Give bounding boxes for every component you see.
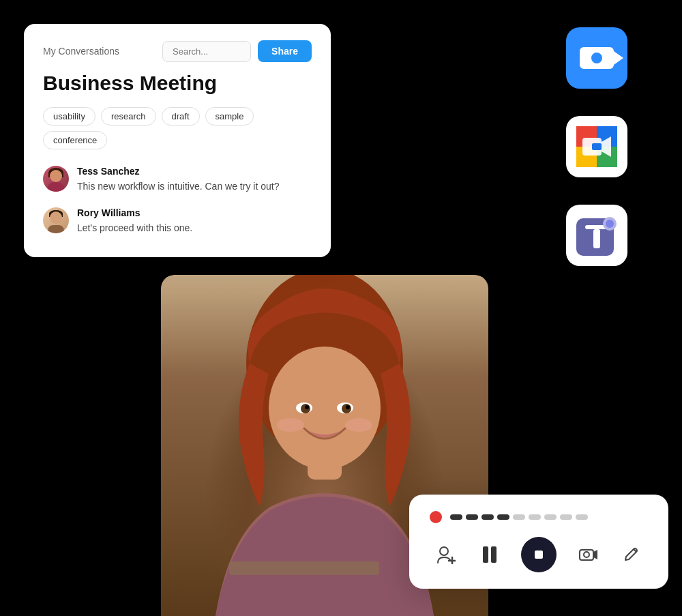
message-text-rory: Let's proceed with this one. — [77, 221, 192, 235]
head — [50, 211, 62, 224]
svg-rect-19 — [229, 561, 379, 575]
svg-rect-23 — [483, 546, 488, 563]
card-header: My Conversations Share — [43, 40, 312, 62]
edit-icon — [623, 546, 640, 563]
message-text-tess: This new workflow is intuitive. Can we t… — [77, 179, 279, 194]
tag-research[interactable]: research — [101, 107, 156, 126]
camera-icon — [578, 546, 597, 563]
google-meet-svg — [573, 123, 621, 171]
edit-button[interactable] — [619, 542, 644, 567]
svg-point-17 — [277, 418, 304, 432]
tag-sample[interactable]: sample — [205, 107, 254, 126]
avatar-tess-face — [43, 166, 69, 192]
header-right: Share — [162, 40, 312, 62]
svg-rect-5 — [593, 229, 600, 248]
stop-button[interactable] — [521, 537, 557, 572]
avatar-rory — [43, 207, 69, 233]
zoom-lens — [591, 53, 602, 63]
prog-bar-7 — [544, 514, 557, 520]
prog-bar-4 — [497, 514, 509, 520]
pause-icon — [481, 545, 498, 564]
svg-point-7 — [606, 220, 614, 228]
pause-button[interactable] — [477, 542, 502, 567]
recording-card — [409, 495, 668, 589]
message-content-rory: Rory Williams Let's proceed with this on… — [77, 207, 192, 235]
share-button[interactable]: Share — [258, 40, 312, 62]
conversations-label: My Conversations — [43, 46, 119, 57]
prog-bar-1 — [450, 514, 462, 520]
body — [47, 182, 65, 192]
tags-container: usability research draft sample conferen… — [43, 107, 312, 149]
sender-name-rory: Rory Williams — [77, 207, 192, 218]
message-item-tess: Tess Sanchez This new workflow is intuit… — [43, 166, 312, 194]
prog-bar-2 — [466, 514, 478, 520]
teams-svg — [573, 211, 621, 259]
svg-rect-26 — [535, 551, 543, 559]
tag-draft[interactable]: draft — [162, 107, 200, 126]
tag-conference[interactable]: conference — [43, 131, 107, 149]
google-meet-icon[interactable] — [566, 116, 627, 177]
app-icons-container — [566, 27, 627, 266]
svg-point-20 — [440, 547, 448, 555]
head — [50, 170, 62, 182]
tag-usability[interactable]: usability — [43, 107, 95, 126]
svg-rect-24 — [491, 546, 496, 563]
prog-bar-9 — [576, 514, 588, 520]
zoom-camera-icon — [580, 47, 614, 69]
avatar-rory-face — [43, 207, 69, 233]
messages-list: Tess Sanchez This new workflow is intuit… — [43, 166, 312, 235]
conversations-card: My Conversations Share Business Meeting … — [24, 24, 331, 257]
add-person-icon — [436, 545, 456, 564]
recording-indicator — [430, 511, 442, 523]
search-input[interactable] — [162, 41, 251, 62]
meeting-title: Business Meeting — [43, 72, 312, 95]
svg-point-28 — [584, 552, 589, 557]
svg-rect-2 — [592, 143, 602, 150]
zoom-icon[interactable] — [566, 27, 627, 89]
message-content-tess: Tess Sanchez This new workflow is intuit… — [77, 166, 279, 194]
progress-bars — [450, 514, 588, 520]
progress-row — [430, 511, 648, 523]
microsoft-teams-icon[interactable] — [566, 205, 627, 266]
svg-point-15 — [305, 405, 309, 409]
svg-point-16 — [346, 405, 350, 409]
add-person-button[interactable] — [434, 542, 458, 567]
prog-bar-6 — [529, 514, 541, 520]
stop-icon — [531, 546, 547, 563]
body — [48, 225, 64, 233]
controls-row — [430, 537, 648, 572]
prog-bar-5 — [513, 514, 525, 520]
prog-bar-8 — [560, 514, 572, 520]
svg-point-18 — [345, 418, 372, 432]
message-item-rory: Rory Williams Let's proceed with this on… — [43, 207, 312, 235]
svg-point-10 — [269, 347, 381, 469]
prog-bar-3 — [481, 514, 494, 520]
camera-button[interactable] — [576, 542, 600, 567]
sender-name-tess: Tess Sanchez — [77, 166, 279, 177]
avatar-tess — [43, 166, 69, 192]
